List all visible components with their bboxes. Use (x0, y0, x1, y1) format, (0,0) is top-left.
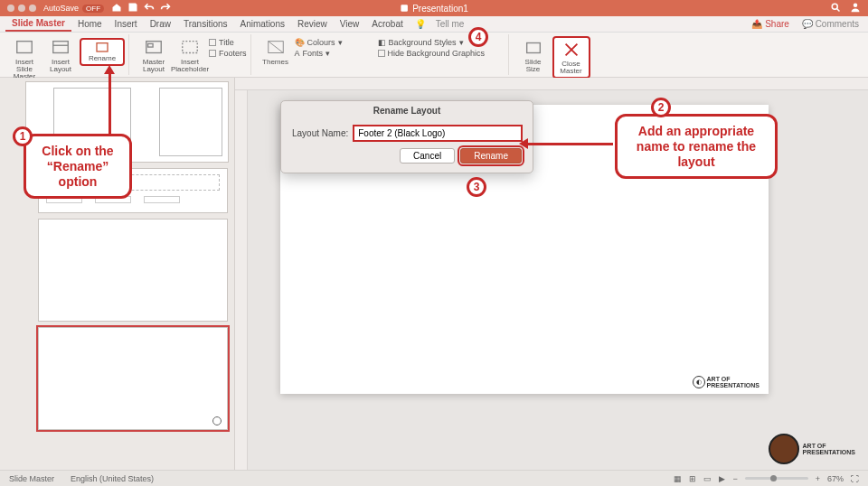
slide-logo: ◐ART OF PRESENTATIONS (693, 376, 760, 388)
cancel-button[interactable]: Cancel (400, 148, 455, 164)
ribbon: Insert Slide Master Insert Layout Rename… (0, 33, 868, 78)
svg-point-2 (854, 4, 858, 8)
ruler-horizontal (235, 78, 868, 90)
annotation-badge-2: 2 (651, 98, 671, 117)
zoom-value[interactable]: 67% (827, 474, 844, 483)
view-sorter-icon[interactable]: ⊞ (689, 474, 696, 483)
rename-button[interactable]: Rename (80, 38, 125, 66)
footers-checkbox[interactable]: Footers (209, 49, 247, 58)
annotation-arrow-2 (526, 143, 613, 145)
zoom-slider[interactable] (745, 477, 808, 480)
svg-rect-6 (97, 43, 108, 51)
themes-button[interactable]: Themes (259, 36, 293, 66)
quick-access-toolbar (111, 2, 171, 14)
layout-name-input[interactable] (354, 126, 522, 141)
tab-view[interactable]: View (334, 17, 366, 31)
insert-layout-button[interactable]: Insert Layout (43, 36, 78, 73)
annotation-arrowhead-1 (104, 65, 115, 74)
svg-rect-0 (401, 5, 408, 12)
tell-me[interactable]: Tell me (429, 17, 471, 31)
svg-point-1 (832, 4, 837, 9)
svg-rect-3 (17, 42, 33, 53)
svg-rect-4 (53, 42, 69, 53)
annotation-arrowhead-2 (519, 138, 528, 149)
layout-name-label: Layout Name: (292, 128, 348, 138)
lightbulb-icon: 💡 (415, 19, 426, 29)
fonts-dropdown[interactable]: A Fonts ▾ (295, 49, 376, 58)
home-icon[interactable] (111, 2, 122, 14)
annotation-badge-4: 4 (468, 27, 488, 47)
svg-rect-9 (183, 42, 198, 53)
annotation-callout-2: Add an appropriate name to rename the la… (615, 114, 778, 179)
tab-home[interactable]: Home (71, 17, 108, 31)
slide-size-button[interactable]: Slide Size (516, 36, 551, 73)
titlebar: AutoSave OFF Presentation1 (0, 0, 868, 16)
zoom-out-icon[interactable]: − (732, 474, 737, 483)
colours-dropdown[interactable]: 🎨 Colours ▾ (295, 38, 376, 47)
insert-placeholder-button[interactable]: Insert Placeholder (173, 36, 207, 73)
annotation-arrow-1 (108, 70, 111, 134)
fit-icon[interactable]: ⛶ (851, 474, 859, 483)
document-title: Presentation1 (400, 4, 468, 14)
watermark-brand: ART OF PRESENTATIONS (769, 434, 855, 464)
insert-slide-master-button[interactable]: Insert Slide Master (7, 36, 42, 80)
powerpoint-icon (400, 4, 409, 13)
annotation-callout-1: Click on the “Rename” option (24, 134, 132, 199)
view-reading-icon[interactable]: ▭ (703, 474, 712, 483)
view-slideshow-icon[interactable]: ▶ (719, 474, 725, 483)
view-normal-icon[interactable]: ▦ (674, 474, 682, 483)
svg-rect-8 (148, 43, 154, 47)
annotation-badge-1: 1 (13, 126, 33, 146)
annotation-badge-3: 3 (467, 177, 486, 197)
tab-transitions[interactable]: Transitions (177, 17, 234, 31)
window-controls[interactable] (7, 5, 36, 12)
dialog-title: Rename Layout (281, 101, 533, 120)
status-language[interactable]: English (United States) (71, 474, 154, 483)
tab-slide-master[interactable]: Slide Master (5, 16, 71, 32)
redo-icon[interactable] (160, 2, 171, 14)
save-icon[interactable] (127, 2, 138, 14)
tab-review[interactable]: Review (291, 17, 334, 31)
ruler-vertical (235, 90, 248, 470)
tab-insert[interactable]: Insert (108, 17, 144, 31)
comments-button[interactable]: 💬 Comments (802, 19, 859, 29)
tab-draw[interactable]: Draw (144, 17, 177, 31)
zoom-in-icon[interactable]: + (816, 474, 820, 483)
user-icon[interactable] (850, 2, 861, 14)
close-master-button[interactable]: Close Master (552, 36, 590, 79)
title-checkbox[interactable]: Title (209, 38, 247, 47)
undo-icon[interactable] (144, 2, 155, 14)
share-button[interactable]: 📤 Share (751, 19, 788, 29)
rename-confirm-button[interactable]: Rename (460, 148, 522, 164)
tab-animations[interactable]: Animations (234, 17, 291, 31)
rename-layout-dialog: Rename Layout Layout Name: Cancel Rename (280, 100, 533, 173)
status-bar: Slide Master English (United States) ▦ ⊞… (0, 470, 868, 486)
hide-background-checkbox[interactable]: Hide Background Graphics (378, 49, 505, 58)
autosave-toggle[interactable]: AutoSave OFF (43, 4, 104, 13)
svg-rect-11 (526, 43, 540, 53)
status-mode: Slide Master (9, 474, 54, 483)
search-icon[interactable] (830, 2, 841, 14)
ribbon-tabs: Slide Master Home Insert Draw Transition… (0, 16, 868, 33)
thumbnail-layout-3-selected[interactable] (38, 327, 228, 430)
master-layout-button[interactable]: Master Layout (137, 36, 171, 73)
tab-acrobat[interactable]: Acrobat (365, 17, 409, 31)
thumbnail-layout-2[interactable] (38, 219, 228, 322)
autosave-state: OFF (82, 5, 104, 13)
